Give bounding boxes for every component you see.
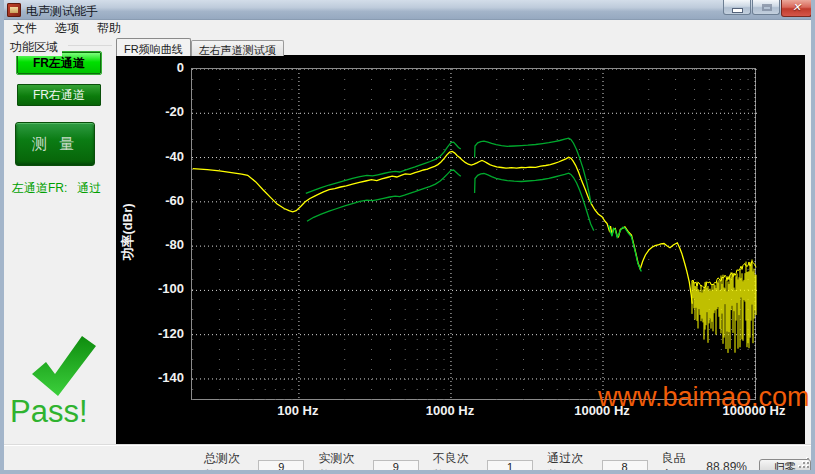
y-tick-label: -140 — [124, 370, 184, 385]
y-tick-label: 0 — [124, 60, 184, 75]
function-area-group-label: 功能区域 — [10, 39, 62, 56]
actual-tests-label: 实测次数: — [318, 450, 367, 474]
series-upper-limit — [475, 138, 591, 204]
series-measured-response — [193, 151, 693, 303]
fr-right-channel-button[interactable]: FR右通道 — [17, 84, 101, 106]
window-title: 电声测试能手 — [26, 3, 98, 20]
y-tick-label: -120 — [124, 326, 184, 341]
fail-count-value[interactable] — [487, 460, 533, 474]
tab-strip: FR频响曲线 左右声道测试项 — [116, 38, 284, 56]
total-tests-label: 总测次数: — [204, 450, 253, 474]
total-tests-value[interactable] — [258, 460, 304, 474]
fail-count-label: 不良次数: — [433, 450, 482, 474]
app-icon — [7, 3, 21, 17]
maximize-icon — [762, 4, 772, 11]
maximize-button[interactable] — [752, 0, 780, 15]
app-window: 电声测试能手 ✕ 文件 选项 帮助 功能区域 FR左通道 FR右通道 测 量 左… — [0, 0, 815, 474]
plot-area — [191, 68, 756, 400]
groupbox-line — [68, 45, 112, 46]
menu-options[interactable]: 选项 — [46, 19, 88, 38]
title-bar[interactable]: 电声测试能手 ✕ — [0, 0, 815, 20]
close-button[interactable]: ✕ — [781, 0, 812, 17]
resize-grip-icon[interactable] — [797, 456, 809, 468]
status-bar: 总测次数: 实测次数: 不良次数: 通过次数: 良品率: 88.89% 归零 — [4, 444, 811, 470]
y-tick-label: -60 — [124, 193, 184, 208]
menu-file[interactable]: 文件 — [4, 19, 46, 38]
y-tick-label: -40 — [124, 149, 184, 164]
close-icon: ✕ — [782, 1, 811, 14]
pass-count-label: 通过次数: — [547, 450, 596, 474]
series-limit-hf-segment — [609, 225, 642, 272]
series-upper-limit — [306, 142, 461, 193]
yield-rate-label: 良品率: — [662, 450, 700, 474]
x-tick-label: 100 Hz — [253, 403, 343, 418]
y-tick-label: -100 — [124, 281, 184, 296]
pass-result-text: Pass! — [10, 394, 88, 430]
tab-lr-channel-tests[interactable]: 左右声道测试项 — [191, 40, 284, 56]
left-channel-fr-status: 左通道FR:通过 — [12, 180, 101, 197]
watermark-text: www.baimao.com — [598, 382, 810, 413]
menu-bar: 文件 选项 帮助 — [4, 20, 811, 37]
x-tick-label: 1000 Hz — [405, 403, 495, 418]
minimize-button[interactable] — [723, 0, 751, 15]
pass-check-icon — [24, 332, 98, 398]
pass-count-value[interactable] — [602, 460, 648, 474]
yield-rate-value: 88.89% — [706, 460, 747, 474]
tab-fr-curve[interactable]: FR频响曲线 — [116, 38, 191, 56]
menu-help[interactable]: 帮助 — [88, 19, 130, 38]
minimize-icon — [733, 9, 742, 12]
y-tick-label: -20 — [124, 104, 184, 119]
fr-curve-plot — [192, 69, 757, 401]
measure-button[interactable]: 测 量 — [15, 122, 95, 166]
fr-status-value: 通过 — [77, 181, 101, 195]
fr-status-label: 左通道FR: — [12, 181, 67, 195]
noise-band — [692, 260, 756, 353]
actual-tests-value[interactable] — [373, 460, 419, 474]
y-tick-label: -80 — [124, 237, 184, 252]
